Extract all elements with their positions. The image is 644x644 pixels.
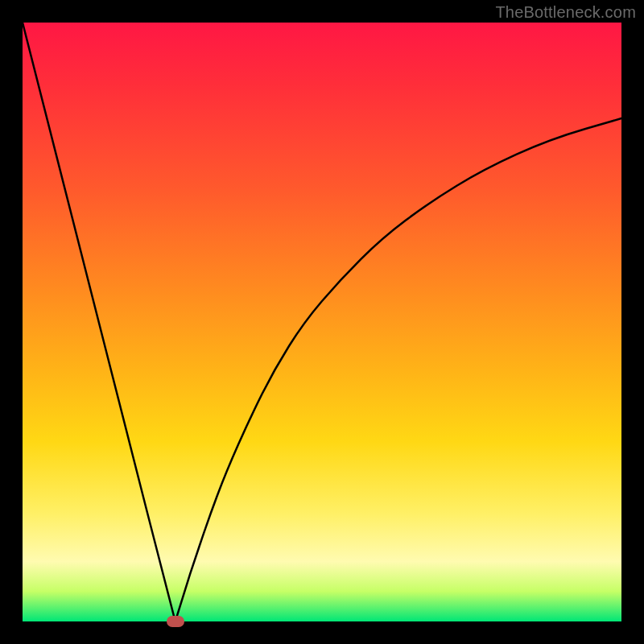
optimal-marker <box>167 616 184 627</box>
bottleneck-curve <box>23 23 621 621</box>
watermark-text: TheBottleneck.com <box>495 3 636 22</box>
curve-path <box>23 23 621 621</box>
chart-frame: TheBottleneck.com <box>0 0 644 644</box>
plot-area <box>23 23 621 621</box>
